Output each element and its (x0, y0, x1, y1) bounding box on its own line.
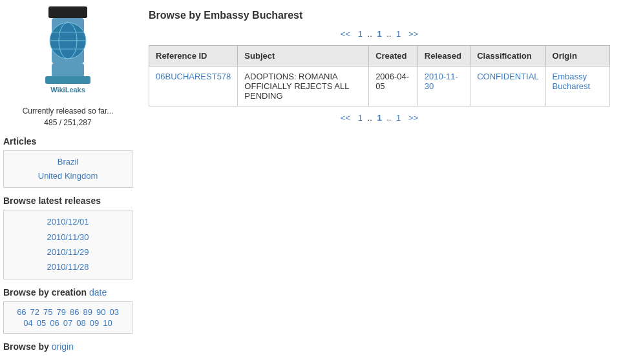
pagination-top: << 1 .. 1 .. 1 >> (149, 29, 610, 39)
cell-subject: ADOPTIONS: ROMANIA OFFICIALLY REJECTS AL… (238, 66, 369, 106)
release-20101129[interactable]: 2010/11/29 (6, 245, 129, 259)
articles-title: Articles (3, 136, 132, 147)
pag-bot-dots1: .. (368, 113, 375, 123)
browse-origin-link[interactable]: origin (52, 341, 74, 352)
dates-row-1: 66 72 75 79 86 89 90 03 (6, 307, 129, 317)
pagination-bottom-next[interactable]: >> (408, 113, 418, 123)
reference-link[interactable]: 06BUCHAREST578 (156, 72, 231, 81)
sidebar: WikiLeaks Currently released so far... 4… (0, 0, 136, 364)
sidebar-stats: Currently released so far... 485 / 251,2… (3, 105, 132, 128)
main-content: Browse by Embassy Bucharest << 1 .. 1 ..… (136, 0, 623, 364)
pagination-top-1c[interactable]: 1 (396, 29, 401, 39)
pagination-top-prev[interactable]: << (341, 29, 350, 39)
browse-creation: Browse by creation date 66 72 75 79 86 8… (3, 287, 132, 334)
pagination-bottom-1a[interactable]: 1 (358, 113, 363, 123)
release-20101128[interactable]: 2010/11/28 (6, 259, 129, 274)
browse-creation-title: Browse by creation date (3, 287, 132, 298)
released-link[interactable]: 2010-11-30 (425, 72, 458, 91)
date-79[interactable]: 79 (57, 307, 66, 317)
browse-creation-prefix: Browse by creation (3, 287, 87, 298)
pagination-top-1b[interactable]: 1 (377, 29, 381, 39)
table-header: Reference ID Subject Created Released Cl… (149, 46, 610, 66)
date-05[interactable]: 05 (37, 318, 46, 328)
pagination-bottom: << 1 .. 1 .. 1 >> (149, 113, 610, 123)
pag-bot-dots2: .. (386, 113, 394, 123)
pagination-top-next[interactable]: >> (408, 29, 418, 39)
date-08[interactable]: 08 (76, 318, 85, 328)
wikileaks-logo: WikiLeaks (29, 6, 107, 100)
date-09[interactable]: 09 (90, 318, 99, 328)
page-title: Browse by Embassy Bucharest (149, 10, 610, 21)
browse-origin: Browse by origin (3, 341, 132, 352)
browse-creation-date-link[interactable]: date (89, 287, 107, 298)
pagination-bottom-1c[interactable]: 1 (396, 113, 401, 123)
pag-top-dots1: .. (368, 29, 375, 39)
date-04[interactable]: 04 (23, 318, 32, 328)
stats-line1: Currently released so far... (23, 106, 114, 116)
release-20101201[interactable]: 2010/12/01 (6, 214, 129, 229)
cell-origin: Embassy Bucharest (545, 66, 609, 106)
browse-latest-title: Browse latest releases (3, 196, 132, 206)
logo-container: WikiLeaks (3, 6, 132, 102)
table-body: 06BUCHAREST578 ADOPTIONS: ROMANIA OFFICI… (149, 66, 610, 106)
col-released: Released (417, 46, 470, 66)
article-brazil[interactable]: Brazil (6, 155, 129, 169)
pagination-bottom-prev[interactable]: << (341, 113, 350, 123)
pagination-bottom-1b[interactable]: 1 (377, 113, 381, 123)
cell-reference: 06BUCHAREST578 (149, 66, 238, 106)
col-created: Created (369, 46, 418, 66)
dates-row-2: 04 05 06 07 08 09 10 (6, 318, 129, 328)
stats-line2: 485 / 251,287 (44, 118, 91, 127)
date-86[interactable]: 86 (70, 307, 79, 317)
cell-created: 2006-04-05 (369, 66, 418, 106)
date-10[interactable]: 10 (103, 318, 112, 328)
cell-released: 2010-11-30 (417, 66, 470, 106)
col-reference: Reference ID (149, 46, 238, 66)
cell-classification: CONFIDENTIAL (470, 66, 545, 106)
date-75[interactable]: 75 (43, 307, 52, 317)
release-20101130[interactable]: 2010/11/30 (6, 230, 129, 245)
date-89[interactable]: 89 (83, 307, 92, 317)
date-07[interactable]: 07 (63, 318, 72, 328)
table-row: 06BUCHAREST578 ADOPTIONS: ROMANIA OFFICI… (149, 66, 610, 106)
pagination-top-1a[interactable]: 1 (358, 29, 363, 39)
article-uk[interactable]: United Kingdom (6, 169, 129, 183)
col-origin: Origin (545, 46, 609, 66)
svg-rect-10 (45, 76, 90, 84)
col-subject: Subject (238, 46, 369, 66)
browse-origin-prefix: Browse by (3, 341, 49, 352)
svg-text:WikiLeaks: WikiLeaks (50, 86, 85, 94)
svg-rect-9 (52, 63, 84, 77)
pag-top-dots2: .. (386, 29, 394, 39)
results-table: Reference ID Subject Created Released Cl… (149, 45, 610, 106)
origin-link[interactable]: Embassy Bucharest (553, 72, 591, 91)
date-66[interactable]: 66 (17, 307, 26, 317)
creation-dates-box: 66 72 75 79 86 89 90 03 04 05 06 07 08 0… (3, 301, 132, 334)
date-06[interactable]: 06 (50, 318, 59, 328)
date-90[interactable]: 90 (96, 307, 105, 317)
classification-link[interactable]: CONFIDENTIAL (477, 72, 538, 81)
col-classification: Classification (470, 46, 545, 66)
articles-box: Brazil United Kingdom (3, 150, 132, 188)
releases-box: 2010/12/01 2010/11/30 2010/11/29 2010/11… (3, 210, 132, 279)
date-03[interactable]: 03 (109, 307, 118, 317)
date-72[interactable]: 72 (30, 307, 39, 317)
header-row: Reference ID Subject Created Released Cl… (149, 46, 610, 66)
svg-rect-0 (48, 6, 87, 18)
